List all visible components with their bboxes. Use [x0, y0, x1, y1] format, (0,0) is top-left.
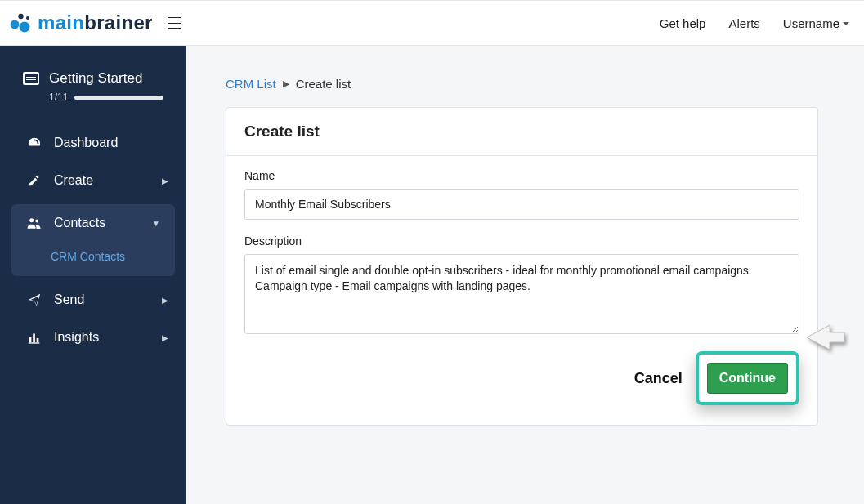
caret-down-icon — [843, 22, 849, 25]
pencil-icon — [26, 173, 43, 188]
sidebar-item-insights[interactable]: Insights ▶ — [0, 319, 186, 356]
username-label: Username — [783, 16, 839, 30]
sidebar-item-create[interactable]: Create ▶ — [0, 162, 186, 199]
chevron-down-icon: ▼ — [152, 219, 160, 228]
main-layout: Getting Started 1/11 Dashboard Creat — [0, 46, 864, 504]
name-group: Name — [244, 169, 799, 220]
chevron-right-icon: ▶ — [162, 176, 168, 185]
chart-icon — [26, 330, 43, 345]
logo-mark-icon — [10, 11, 33, 34]
user-menu[interactable]: Username — [783, 16, 849, 30]
breadcrumb-crm-list[interactable]: CRM List — [226, 77, 276, 91]
sidebar-item-dashboard[interactable]: Dashboard — [0, 124, 186, 162]
continue-highlight: Continue — [696, 351, 799, 405]
sidebar-nav: Dashboard Create ▶ Contacts ▼ CRM — [0, 124, 186, 356]
sidebar-item-label: Dashboard — [54, 136, 118, 150]
svg-rect-6 — [29, 337, 32, 342]
svg-point-5 — [35, 220, 38, 223]
paper-plane-icon — [26, 292, 43, 307]
sidebar-item-label: Insights — [54, 330, 99, 345]
continue-button[interactable]: Continue — [707, 363, 788, 394]
menu-toggle-icon[interactable] — [168, 17, 181, 29]
card-actions: Cancel Continue — [244, 351, 799, 405]
name-label: Name — [244, 169, 799, 182]
logo-text: mainbrainer — [38, 11, 153, 34]
progress-text: 1/11 — [49, 91, 68, 103]
app-logo[interactable]: mainbrainer — [10, 11, 153, 34]
name-input[interactable] — [244, 189, 799, 220]
get-help-link[interactable]: Get help — [660, 16, 706, 30]
sidebar-item-label: Create — [54, 173, 93, 188]
sidebar-item-label: Contacts — [54, 216, 105, 230]
sidebar-item-contacts[interactable]: Contacts ▼ — [11, 204, 175, 242]
breadcrumb: CRM List ▶ Create list — [226, 77, 818, 91]
create-list-card: Create list Name Description List of ema… — [226, 107, 818, 426]
sidebar-item-send[interactable]: Send ▶ — [0, 281, 186, 319]
getting-started-icon — [23, 72, 39, 85]
svg-point-4 — [29, 218, 34, 222]
description-textarea[interactable]: List of email single and double opt-in s… — [244, 254, 799, 334]
logo-text-main: main — [38, 11, 84, 33]
svg-point-3 — [26, 16, 29, 20]
svg-rect-7 — [33, 334, 35, 343]
svg-point-2 — [18, 14, 23, 19]
sidebar-subitem-label: CRM Contacts — [51, 250, 125, 263]
sidebar-subitem-crm-contacts[interactable]: CRM Contacts — [11, 242, 175, 276]
svg-point-1 — [20, 22, 30, 33]
getting-started-block[interactable]: Getting Started 1/11 — [0, 70, 186, 124]
card-body: Name Description List of email single an… — [226, 156, 817, 425]
svg-rect-9 — [29, 342, 40, 343]
top-bar: mainbrainer Get help Alerts Username — [0, 0, 864, 46]
tutorial-arrow-icon — [807, 323, 846, 354]
getting-started-label: Getting Started — [49, 70, 142, 87]
chevron-right-icon: ▶ — [162, 296, 168, 305]
sidebar-item-contacts-block: Contacts ▼ CRM Contacts — [11, 204, 175, 276]
svg-point-0 — [11, 20, 20, 29]
topbar-left: mainbrainer — [10, 11, 181, 34]
users-icon — [26, 216, 43, 230]
alerts-link[interactable]: Alerts — [728, 16, 759, 30]
logo-text-brainer: brainer — [84, 11, 152, 33]
dashboard-icon — [26, 136, 43, 150]
svg-rect-8 — [37, 338, 39, 342]
description-group: Description List of email single and dou… — [244, 234, 799, 337]
breadcrumb-create-list: Create list — [296, 77, 351, 91]
breadcrumb-separator-icon: ▶ — [283, 78, 289, 89]
card-title: Create list — [226, 108, 817, 156]
getting-started-progress: 1/11 — [49, 91, 163, 103]
content-area: CRM List ▶ Create list Create list Name … — [186, 46, 864, 504]
sidebar-item-label: Send — [54, 292, 84, 307]
chevron-right-icon: ▶ — [162, 333, 168, 342]
topbar-right: Get help Alerts Username — [660, 16, 849, 30]
progress-bar — [74, 96, 163, 100]
sidebar: Getting Started 1/11 Dashboard Creat — [0, 46, 186, 504]
cancel-button[interactable]: Cancel — [626, 364, 691, 394]
svg-marker-10 — [807, 325, 844, 350]
description-label: Description — [244, 234, 799, 248]
